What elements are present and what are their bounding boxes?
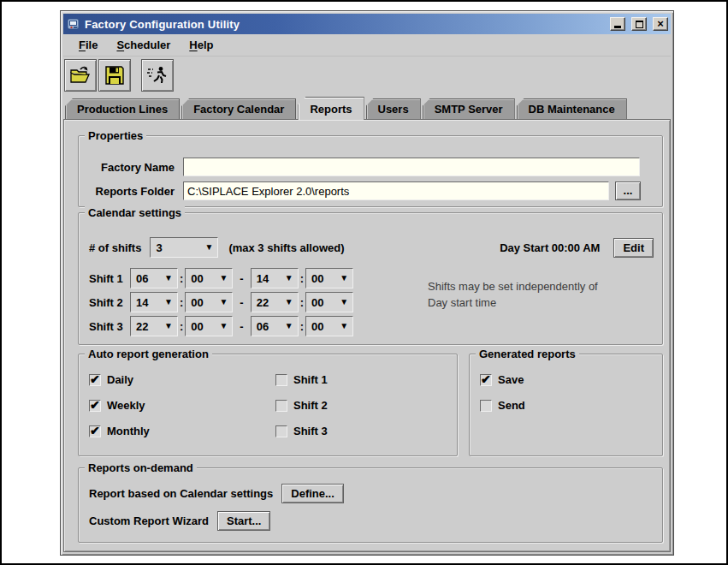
calendar-report-label: Report based on Calendar settings	[89, 487, 273, 500]
range-dash: -	[233, 272, 250, 285]
minimize-button[interactable]	[610, 17, 625, 31]
shift2-end-hour-dropdown[interactable]: 22▼	[251, 292, 299, 312]
colon-separator: :	[299, 296, 305, 309]
send-checkbox-row: Send	[480, 399, 525, 412]
shift-row-3: Shift 3 22▼ : 00▼ - 06▼ : 00▼	[89, 316, 353, 336]
daily-label: Daily	[107, 373, 133, 386]
menu-scheduler[interactable]: Scheduler	[109, 36, 178, 54]
auto-report-group: Auto report generation Daily Weekly Mont…	[78, 354, 458, 456]
toolbar	[63, 56, 671, 96]
reports-tab-panel: Properties Factory Name Reports Folder .…	[63, 119, 671, 552]
tab-users[interactable]: Users	[366, 98, 421, 119]
custom-report-wizard-label: Custom Report Wizard	[89, 514, 209, 527]
open-file-button[interactable]	[64, 59, 97, 92]
maximize-icon	[636, 21, 643, 28]
close-button[interactable]: ×	[653, 17, 668, 31]
shift2-end-min-dropdown[interactable]: 00▼	[305, 292, 353, 312]
shift1-report-label: Shift 1	[293, 373, 328, 386]
num-shifts-label: # of shifts	[89, 241, 141, 254]
edit-day-start-button[interactable]: Edit	[613, 238, 654, 258]
shift1-end-hour-dropdown[interactable]: 14▼	[251, 268, 299, 288]
shift1-end-min-dropdown[interactable]: 00▼	[305, 268, 353, 288]
chevron-down-icon: ▼	[340, 298, 348, 306]
chevron-down-icon: ▼	[164, 322, 173, 330]
shift1-start-hour-dropdown[interactable]: 06▼	[130, 268, 178, 288]
weekly-checkbox[interactable]	[89, 400, 101, 412]
define-report-button[interactable]: Define...	[281, 484, 344, 503]
save-checkbox[interactable]	[480, 374, 492, 386]
num-shifts-dropdown[interactable]: 3 ▼	[150, 237, 218, 258]
shift2-checkbox-row: Shift 2	[275, 399, 328, 412]
reports-folder-label: Reports Folder	[79, 185, 183, 198]
shift1-label: Shift 1	[89, 272, 130, 285]
generated-reports-group-title: Generated reports	[476, 348, 579, 360]
shift3-start-hour-dropdown[interactable]: 22▼	[130, 316, 178, 336]
colon-separator: :	[178, 272, 185, 285]
minimize-icon	[614, 26, 621, 28]
colon-separator: :	[178, 320, 185, 333]
start-wizard-button[interactable]: Start...	[217, 511, 270, 531]
chevron-down-icon: ▼	[219, 322, 228, 330]
save-label: Save	[498, 373, 524, 386]
tab-smtp-server[interactable]: SMTP Server	[423, 98, 515, 119]
menu-bar: File Scheduler Help	[63, 34, 671, 56]
num-shifts-value: 3	[156, 241, 162, 254]
tab-reports[interactable]: Reports	[298, 97, 364, 120]
weekly-label: Weekly	[107, 399, 145, 412]
shift3-end-min-dropdown[interactable]: 00▼	[305, 316, 353, 336]
save-checkbox-row: Save	[480, 373, 524, 386]
close-icon: ×	[657, 20, 664, 28]
chevron-down-icon: ▼	[219, 274, 228, 282]
monthly-checkbox[interactable]	[89, 425, 101, 437]
chevron-down-icon: ▼	[285, 322, 293, 330]
title-bar[interactable]: Factory Configuration Utility ×	[63, 14, 671, 34]
properties-group-title: Properties	[85, 129, 146, 142]
run-scheduler-button[interactable]	[141, 59, 174, 92]
shift-row-1: Shift 1 06▼ : 00▼ - 14▼ : 00▼	[89, 268, 353, 288]
reports-on-demand-group-title: Reports on-demand	[85, 461, 197, 474]
chevron-down-icon: ▼	[340, 322, 348, 330]
colon-separator: :	[299, 320, 305, 333]
shift2-report-label: Shift 2	[293, 399, 328, 412]
shift2-label: Shift 2	[89, 296, 130, 309]
shift1-start-min-dropdown[interactable]: 00▼	[185, 268, 233, 288]
chevron-down-icon: ▼	[164, 274, 173, 282]
menu-help[interactable]: Help	[181, 36, 221, 54]
tab-factory-calendar[interactable]: Factory Calendar	[181, 98, 296, 119]
tab-production-lines[interactable]: Production Lines	[65, 98, 180, 119]
range-dash: -	[233, 296, 250, 309]
calendar-settings-group: Calendar settings # of shifts 3 ▼ (max 3…	[78, 212, 663, 345]
maximize-button[interactable]	[631, 17, 647, 31]
shift3-end-hour-dropdown[interactable]: 06▼	[251, 316, 299, 336]
calendar-settings-group-title: Calendar settings	[85, 206, 185, 219]
menu-file[interactable]: File	[71, 36, 105, 54]
run-scheduler-icon	[146, 65, 169, 86]
shift2-start-hour-dropdown[interactable]: 14▼	[130, 292, 178, 312]
app-icon	[67, 17, 80, 31]
monthly-checkbox-row: Monthly	[89, 425, 150, 437]
shift3-start-min-dropdown[interactable]: 00▼	[185, 316, 233, 336]
save-button[interactable]	[98, 59, 131, 92]
monthly-label: Monthly	[107, 425, 150, 437]
chevron-down-icon: ▼	[340, 274, 348, 282]
shift2-start-min-dropdown[interactable]: 00▼	[185, 292, 233, 312]
daily-checkbox[interactable]	[89, 374, 101, 386]
shift-row-2: Shift 2 14▼ : 00▼ - 22▼ : 00▼	[89, 292, 353, 312]
shift3-checkbox[interactable]	[275, 425, 287, 437]
send-label: Send	[498, 399, 525, 412]
shift1-checkbox-row: Shift 1	[275, 373, 328, 386]
browse-folder-button[interactable]: ...	[615, 181, 641, 200]
reports-on-demand-group: Reports on-demand Report based on Calend…	[78, 467, 663, 543]
tab-bar: Production Lines Factory Calendar Report…	[63, 96, 671, 119]
max-shifts-note: (max 3 shifts allowed)	[228, 241, 344, 254]
shift1-checkbox[interactable]	[275, 374, 287, 386]
open-file-icon	[69, 65, 92, 86]
shift2-checkbox[interactable]	[275, 400, 287, 412]
tab-db-maintenance[interactable]: DB Maintenance	[517, 98, 627, 119]
app-window: Factory Configuration Utility × File Sch…	[60, 10, 674, 556]
reports-folder-input[interactable]	[183, 181, 609, 200]
send-checkbox[interactable]	[480, 400, 492, 412]
chevron-down-icon: ▼	[285, 298, 293, 306]
shift3-report-label: Shift 3	[293, 425, 328, 437]
factory-name-input[interactable]	[183, 158, 640, 176]
